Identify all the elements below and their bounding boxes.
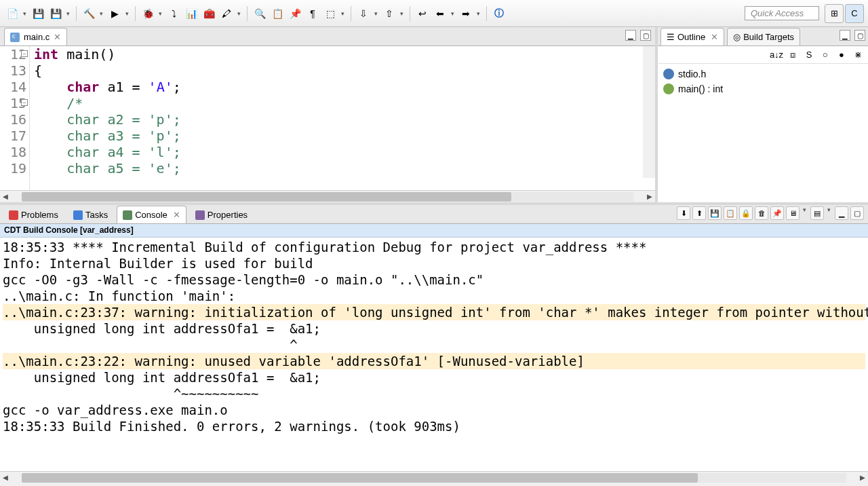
console-select-icon[interactable]: ▤ [810,206,824,220]
editor-tabbar: main.c ✕ ▁ ▢ [0,27,655,46]
save-icon[interactable]: 💾 [30,5,46,22]
close-icon[interactable]: ✕ [711,32,718,42]
fold-icon[interactable]: − [21,50,28,57]
code-content[interactable]: int main(){ char a1 = 'A'; /* char a2 = … [30,46,655,190]
info-icon[interactable]: ⓘ [491,5,507,22]
hdr-icon [663,69,674,79]
display-icon[interactable]: 🖥 [786,206,800,220]
scroll-right-icon[interactable]: ► [857,472,868,483]
editor-pane: main.c ✕ ▁ ▢ 12−131415−16171819 int main… [0,27,658,202]
tab-outline[interactable]: ☰ Outline ✕ [660,28,724,45]
save-dd[interactable]: ▾ [65,10,72,17]
tab-console[interactable]: Console✕ [117,206,186,223]
c-perspective-icon[interactable]: C [845,4,864,23]
pin-icon[interactable]: 📌 [287,5,303,22]
console-output[interactable]: 18:35:33 **** Incremental Build of confi… [0,238,868,471]
console-icon [123,210,132,220]
disp-dd[interactable]: ▾ [802,206,808,220]
prev-icon[interactable]: ⬇ [677,206,690,220]
next-annotation-icon[interactable]: ⇩ [355,5,372,22]
next-icon[interactable]: ⬆ [692,206,706,220]
scroll-left-icon[interactable]: ◄ [0,472,11,483]
properties-icon [195,210,205,220]
new-icon[interactable]: 📄 [4,5,20,22]
back-icon[interactable]: ⬅ [432,5,448,22]
outline-pane: ☰ Outline ✕ ◎ Build Targets ▁ ▢ a↓z ⧈ S … [658,27,868,202]
block-icon[interactable]: ⬚ [322,5,338,22]
tab-properties[interactable]: Properties [189,206,254,223]
new-dropdown[interactable]: ▾ [22,10,28,17]
hide-static-icon[interactable]: S [803,49,815,61]
back-dd[interactable]: ▾ [450,10,456,17]
close-icon[interactable]: ✕ [173,210,180,220]
editor-tab-main-c[interactable]: main.c ✕ [4,28,67,45]
tab-problems[interactable]: Problems [3,206,64,223]
ext-tools-icon[interactable]: 🧰 [201,5,217,22]
maximize-icon[interactable]: ▢ [854,30,865,41]
pin-console-icon[interactable]: 📌 [770,206,784,220]
build-dd[interactable]: ▾ [98,10,105,17]
debug-icon[interactable]: 🐞 [140,5,156,22]
maximize-icon[interactable]: ▢ [640,30,651,41]
filter-icon[interactable]: ● [835,49,848,61]
quick-access-input[interactable]: Quick Access [745,6,819,20]
sort-icon[interactable]: a↓z [770,49,783,61]
hide-nonpublic-icon[interactable]: ○ [819,49,831,61]
minimize-icon[interactable]: ▁ [840,30,850,41]
outline-tree[interactable]: stdio.hmain() : int [658,64,868,99]
forward-icon[interactable]: ➡ [458,5,474,22]
outline-item[interactable]: stdio.h [663,67,863,81]
fwd-dd[interactable]: ▾ [475,10,482,17]
minimize-icon[interactable]: ▁ [835,206,848,220]
na-dd[interactable]: ▾ [373,10,380,17]
skip-icon[interactable]: ⤵ [165,5,182,22]
console-hscroll[interactable]: ◄ ► [0,471,868,483]
run-dd[interactable]: ▾ [124,10,131,17]
minimize-icon[interactable]: ▁ [625,30,636,41]
scroll-left-icon[interactable]: ◄ [0,191,11,202]
run-icon[interactable]: ▶ [106,5,123,22]
vertical-scrollbar[interactable] [643,46,655,178]
hl-dd[interactable]: ▾ [236,10,243,17]
editor-tab-label: main.c [24,32,50,42]
scroll-thumb[interactable] [22,192,511,202]
highlight-icon[interactable]: 🖍 [218,5,235,22]
code-editor[interactable]: 12−131415−16171819 int main(){ char a1 =… [0,46,655,190]
block-dd[interactable]: ▾ [340,10,347,17]
main-toolbar: 📄▾ 💾 💾▾ 🔨▾ ▶▾ 🐞▾ ⤵ 📊 🧰 🖍▾ 🔍 📋 📌 ¶ ⬚▾ ⇩▾ … [0,0,868,27]
debug-dd[interactable]: ▾ [157,10,164,17]
para-icon[interactable]: ¶ [304,5,321,22]
cs-dd[interactable]: ▾ [826,206,833,220]
clear-icon[interactable]: 🗑 [755,206,768,220]
open-type-icon[interactable]: 🔍 [252,5,268,22]
build-icon[interactable]: 🔨 [81,5,97,22]
link-icon[interactable]: ⋇ [852,49,864,61]
console-title: CDT Build Console [var_address] [0,224,868,238]
tab-tasks[interactable]: Tasks [67,206,114,223]
target-icon: ◎ [733,32,741,42]
scroll-thumb[interactable] [22,473,698,483]
last-edit-icon[interactable]: ↩ [414,5,431,22]
hide-fields-icon[interactable]: ⧈ [787,49,799,61]
tasks-icon [73,210,83,220]
open-perspective-icon[interactable]: ⊞ [825,4,844,23]
tab-tasks-label: Tasks [85,210,108,220]
profile-icon[interactable]: 📊 [183,5,199,22]
save-console-icon[interactable]: 💾 [708,206,722,220]
tab-properties-label: Properties [208,210,248,220]
tab-build-targets[interactable]: ◎ Build Targets [727,28,800,45]
pa-dd[interactable]: ▾ [399,10,406,17]
outline-item[interactable]: main() : int [663,81,863,96]
outline-toolbar: a↓z ⧈ S ○ ● ⋇ [658,46,868,64]
copy-icon[interactable]: 📋 [724,206,737,220]
save-all-icon[interactable]: 💾 [47,5,64,22]
task-icon[interactable]: 📋 [269,5,285,22]
bottom-pane: Problems Tasks Console✕ Properties ⬇ ⬆ 💾… [0,202,868,483]
scroll-right-icon[interactable]: ► [644,191,655,202]
horizontal-scrollbar[interactable]: ◄ ► [0,190,655,202]
lock-icon[interactable]: 🔒 [739,206,753,220]
maximize-icon[interactable]: ▢ [850,206,864,220]
fold-icon[interactable]: − [21,99,28,106]
close-icon[interactable]: ✕ [54,32,61,42]
prev-annotation-icon[interactable]: ⇧ [381,5,397,22]
